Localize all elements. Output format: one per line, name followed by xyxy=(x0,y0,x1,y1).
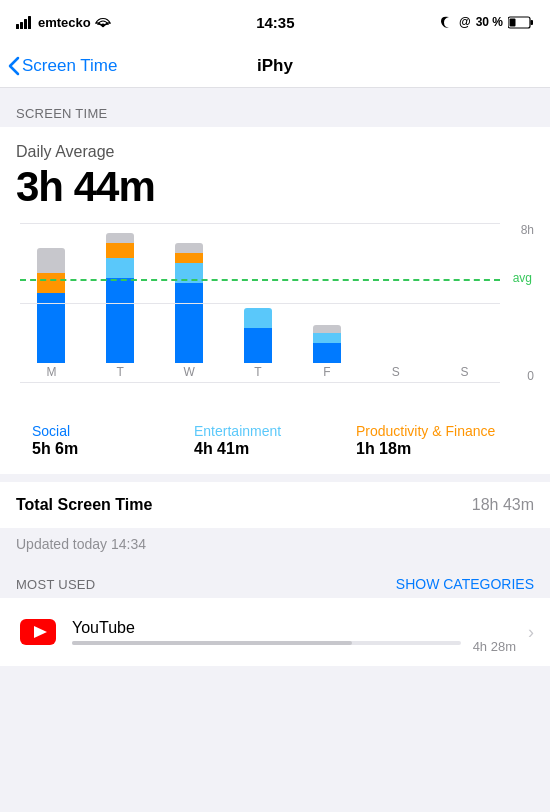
updated-row: Updated today 14:34 xyxy=(0,528,550,560)
x-label-M: M xyxy=(20,365,83,379)
chart-y-zero: 0 xyxy=(527,369,534,383)
total-value: 18h 43m xyxy=(472,496,534,514)
category-prod-time: 1h 18m xyxy=(356,440,518,458)
youtube-logo xyxy=(20,619,56,645)
category-social-name: Social xyxy=(32,423,194,439)
bar-other-F xyxy=(313,325,341,333)
x-label-S1: S xyxy=(364,365,427,379)
back-chevron-icon xyxy=(8,56,20,76)
bar-group-M xyxy=(20,223,83,363)
bar-ent-T2 xyxy=(244,308,272,328)
youtube-bar-fill xyxy=(72,641,352,645)
bar-stack-T2 xyxy=(244,308,272,363)
bar-group-T2 xyxy=(227,223,290,363)
back-button[interactable]: Screen Time xyxy=(8,56,117,76)
battery-label: 30 % xyxy=(476,15,503,29)
show-categories-button[interactable]: SHOW CATEGORIES xyxy=(396,576,534,592)
avg-label: avg xyxy=(513,271,532,285)
updated-text: Updated today 14:34 xyxy=(16,536,146,552)
total-screen-time-row[interactable]: Total Screen Time 18h 43m xyxy=(0,482,550,528)
chart-bars xyxy=(16,223,534,363)
bar-ent-T1 xyxy=(106,258,134,278)
category-social-time: 5h 6m xyxy=(32,440,194,458)
nav-bar: Screen Time iPhy xyxy=(0,44,550,88)
x-label-S2: S xyxy=(433,365,496,379)
chart-x-labels: M T W T F S S xyxy=(16,365,534,379)
total-label: Total Screen Time xyxy=(16,496,152,514)
carrier-label: emtecko xyxy=(38,15,91,30)
separator-1 xyxy=(0,474,550,482)
youtube-chevron-icon: › xyxy=(528,622,534,643)
status-bar: emtecko 14:35 @ 30 % xyxy=(0,0,550,44)
status-right: @ 30 % xyxy=(440,15,534,29)
svg-rect-2 xyxy=(24,19,27,29)
moon-icon xyxy=(440,16,454,29)
category-entertainment[interactable]: Entertainment 4h 41m xyxy=(194,423,356,458)
grid-line-bottom xyxy=(20,382,500,383)
youtube-app-info: YouTube xyxy=(72,619,461,645)
x-label-T2: T xyxy=(227,365,290,379)
usage-chart: 8h 0 avg xyxy=(16,223,534,403)
svg-rect-0 xyxy=(16,24,19,29)
x-label-T1: T xyxy=(89,365,152,379)
svg-rect-5 xyxy=(531,20,534,25)
screen-time-section-header: SCREEN TIME xyxy=(0,88,550,127)
avg-line xyxy=(20,279,500,281)
categories-row: Social 5h 6m Entertainment 4h 41m Produc… xyxy=(16,411,534,474)
x-label-W: W xyxy=(158,365,221,379)
youtube-app-name: YouTube xyxy=(72,619,461,637)
at-icon: @ xyxy=(459,15,471,29)
bar-group-S1 xyxy=(364,223,427,363)
youtube-time: 4h 28m xyxy=(473,639,516,654)
bar-stack-M xyxy=(37,248,65,363)
bar-group-T1 xyxy=(89,223,152,363)
app-row-youtube[interactable]: YouTube 4h 28m › xyxy=(0,598,550,666)
category-productivity[interactable]: Productivity & Finance 1h 18m xyxy=(356,423,518,458)
youtube-icon xyxy=(16,610,60,654)
wifi-icon xyxy=(95,16,111,29)
svg-rect-3 xyxy=(28,16,31,29)
category-ent-name: Entertainment xyxy=(194,423,356,439)
bar-social-F xyxy=(313,343,341,363)
main-content: SCREEN TIME Daily Average 3h 44m 8h 0 av… xyxy=(0,88,550,812)
most-used-label: MOST USED xyxy=(16,577,95,592)
youtube-bar-bg xyxy=(72,641,461,645)
battery-icon xyxy=(508,16,534,29)
bar-social-T1 xyxy=(106,278,134,363)
bar-stack-F xyxy=(313,325,341,363)
svg-rect-1 xyxy=(20,22,23,29)
bar-other-W xyxy=(175,243,203,253)
category-prod-name: Productivity & Finance xyxy=(356,423,518,439)
daily-avg-value: 3h 44m xyxy=(16,163,534,211)
daily-average-card: Daily Average 3h 44m 8h 0 avg xyxy=(0,127,550,474)
category-ent-time: 4h 41m xyxy=(194,440,356,458)
bar-stack-W xyxy=(175,243,203,363)
x-label-F: F xyxy=(295,365,358,379)
bar-social-M xyxy=(37,293,65,363)
most-used-header: MOST USED SHOW CATEGORIES xyxy=(0,564,550,598)
chart-y-max: 8h xyxy=(521,223,534,237)
daily-avg-label: Daily Average xyxy=(16,143,534,161)
svg-rect-6 xyxy=(510,18,516,26)
bar-prod-T1 xyxy=(106,243,134,258)
category-social[interactable]: Social 5h 6m xyxy=(32,423,194,458)
status-left: emtecko xyxy=(16,15,111,30)
bar-ent-F xyxy=(313,333,341,343)
bar-prod-W xyxy=(175,253,203,263)
bar-other-T1 xyxy=(106,233,134,243)
bar-group-F xyxy=(295,223,358,363)
bar-other-M xyxy=(37,248,65,273)
signal-icon xyxy=(16,16,34,29)
status-time: 14:35 xyxy=(256,14,294,31)
bar-social-T2 xyxy=(244,328,272,363)
bar-group-W xyxy=(158,223,221,363)
bar-group-S2 xyxy=(433,223,496,363)
back-label: Screen Time xyxy=(22,56,117,76)
nav-title: iPhy xyxy=(257,56,293,76)
bar-stack-T1 xyxy=(106,233,134,363)
bar-social-W xyxy=(175,283,203,363)
bar-prod-M xyxy=(37,273,65,293)
